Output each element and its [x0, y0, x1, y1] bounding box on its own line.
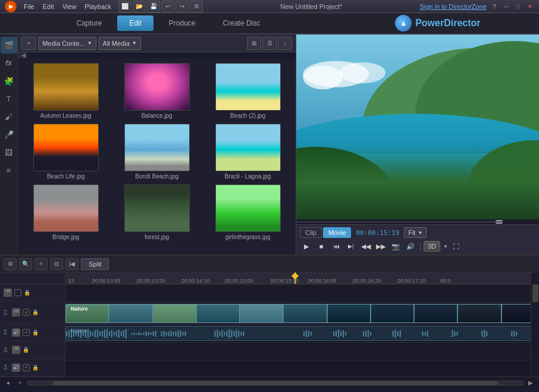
- timeline-scrollbar-v[interactable]: [531, 272, 539, 377]
- media-grid-container[interactable]: Autumn Leaves.jpg Balance.jpg Beach (2).…: [18, 58, 296, 255]
- fast-forward-btn[interactable]: ▶▶: [374, 240, 387, 252]
- main-content: 🎬 fx 🧩 T 🖌 🎤 🖼 ≡ + Media Conte... ▼ All …: [0, 35, 539, 255]
- media-item[interactable]: Brazil - Lagoa.jpg: [205, 124, 291, 180]
- track-2-audio-check[interactable]: ✓: [23, 329, 30, 336]
- media-item[interactable]: Beach Life.jpg: [23, 124, 109, 180]
- sidebar-title-icon[interactable]: T: [1, 90, 17, 107]
- h-scrollbar-thumb[interactable]: [53, 381, 499, 385]
- clip-toggle-btn[interactable]: Clip: [300, 227, 322, 238]
- three-d-btn[interactable]: 3D: [424, 241, 440, 252]
- tab-capture[interactable]: Capture: [64, 15, 114, 31]
- bottom-circle-btn[interactable]: ●: [4, 378, 13, 388]
- sign-in-link[interactable]: Sign in to DirectorZone: [419, 3, 487, 10]
- toolbar-new-btn[interactable]: ⬜: [118, 1, 131, 12]
- help-icon[interactable]: ?: [493, 3, 496, 10]
- media-item[interactable]: forest.jpg: [114, 184, 200, 240]
- video-clip-nature[interactable]: Nature: [65, 304, 531, 323]
- track-3-audio-icon: 🔊: [12, 363, 20, 372]
- track-1-icon: 🎬: [4, 288, 12, 297]
- audio-clip-nature[interactable]: Nature: [65, 326, 531, 341]
- timeline-content[interactable]: 15 00:00:13:05 00:00:13:20 00:00:14:10 0…: [65, 272, 531, 377]
- maximize-btn[interactable]: □: [514, 2, 522, 11]
- bottom-plus-btn[interactable]: +: [15, 378, 25, 388]
- svg-rect-30: [111, 330, 112, 337]
- svg-rect-42: [143, 333, 145, 335]
- horizontal-scrollbar[interactable]: [27, 381, 524, 385]
- svg-rect-41: [141, 333, 142, 335]
- track-3-lock[interactable]: 🔒: [23, 347, 29, 353]
- tl-fit-btn[interactable]: ⊟: [50, 258, 63, 270]
- sidebar-collapse-btn[interactable]: ◀: [18, 52, 27, 58]
- tab-edit[interactable]: Edit: [117, 15, 153, 31]
- audio-btn[interactable]: 🔊: [404, 240, 417, 252]
- list-view-btn[interactable]: ☰: [262, 37, 277, 50]
- track-3-audio-lock[interactable]: 🔒: [32, 365, 39, 371]
- close-btn[interactable]: ✕: [526, 2, 534, 11]
- movie-toggle-btn[interactable]: Movie: [323, 227, 351, 238]
- fullscreen-btn[interactable]: ⛶: [450, 240, 463, 252]
- menu-edit[interactable]: Edit: [43, 3, 54, 10]
- media-content-dropdown[interactable]: Media Conte... ▼: [38, 37, 96, 50]
- minimize-btn[interactable]: —: [502, 2, 510, 11]
- menu-file[interactable]: File: [24, 3, 35, 10]
- media-item[interactable]: Balance.jpg: [114, 63, 200, 119]
- sidebar-photo-icon[interactable]: 🖼: [1, 144, 17, 161]
- track-3-audio-content: [65, 360, 531, 377]
- svg-rect-88: [397, 331, 399, 336]
- scrollbar-thumb-v[interactable]: [532, 284, 538, 302]
- track-2-audio-content: Nature: [65, 325, 531, 343]
- toolbar-redo-btn[interactable]: ↪: [176, 1, 189, 12]
- sidebar-mic-icon[interactable]: 🎤: [1, 126, 17, 143]
- toolbar-save-btn[interactable]: 💾: [147, 1, 160, 12]
- tab-produce[interactable]: Produce: [157, 15, 208, 31]
- svg-rect-79: [340, 331, 341, 336]
- sort-btn[interactable]: ↕: [278, 37, 292, 50]
- bottom-arrow-right[interactable]: ▶: [526, 378, 535, 388]
- stop-btn[interactable]: ■: [315, 240, 328, 252]
- powerdirector-logo: ▲ PowerDirector: [395, 15, 480, 32]
- fit-dropdown[interactable]: Fit ▼: [404, 227, 427, 238]
- menu-view[interactable]: View: [62, 3, 77, 10]
- media-item[interactable]: Beach (2).jpg: [205, 63, 291, 119]
- next-frame-btn[interactable]: ▶|: [344, 240, 358, 252]
- sidebar-puzzle-icon[interactable]: 🧩: [1, 73, 17, 89]
- all-media-dropdown[interactable]: All Media ▼: [99, 37, 141, 50]
- playhead[interactable]: [294, 272, 296, 284]
- sidebar-media-icon[interactable]: 🎬: [1, 37, 17, 54]
- track-3-video-content: [65, 343, 531, 360]
- sidebar-fx-icon[interactable]: fx: [1, 55, 17, 71]
- play-btn[interactable]: ▶: [300, 240, 313, 252]
- svg-rect-48: [161, 331, 162, 336]
- tl-prev-btn[interactable]: |◀: [65, 258, 79, 270]
- media-item[interactable]: Bridge.jpg: [23, 184, 109, 240]
- svg-rect-37: [131, 333, 133, 335]
- tl-zoom-out-btn[interactable]: 🔍: [19, 258, 32, 270]
- toolbar-settings-btn[interactable]: ⚙: [190, 1, 203, 12]
- import-btn[interactable]: +: [21, 37, 36, 50]
- svg-rect-58: [185, 331, 186, 336]
- menu-playback[interactable]: Playback: [84, 3, 111, 10]
- rewind-btn[interactable]: ◀◀: [359, 240, 372, 252]
- svg-rect-36: [126, 329, 127, 338]
- snapshot-btn[interactable]: 📷: [389, 240, 402, 252]
- sidebar-chapter-icon[interactable]: ≡: [1, 162, 17, 178]
- preview-slider[interactable]: [296, 219, 539, 224]
- toolbar-open-btn[interactable]: 📂: [133, 1, 146, 12]
- media-item[interactable]: Autumn Leaves.jpg: [23, 63, 109, 119]
- track-2-audio-lock[interactable]: 🔒: [32, 330, 39, 335]
- sidebar-paint-icon[interactable]: 🖌: [1, 108, 17, 125]
- track-3-audio-check[interactable]: ✓: [23, 364, 30, 371]
- split-button[interactable]: Split: [81, 258, 109, 270]
- tl-settings-btn[interactable]: ⚙: [4, 258, 17, 270]
- track-1-check[interactable]: [14, 289, 21, 296]
- track-2-lock[interactable]: 🔒: [32, 309, 39, 315]
- media-item[interactable]: girlinthegrass.jpg: [205, 184, 291, 240]
- toolbar-undo-btn[interactable]: ↩: [161, 1, 174, 12]
- media-item[interactable]: Bondi Beach.jpg: [114, 124, 200, 180]
- prev-frame-btn[interactable]: ⏮: [330, 240, 343, 252]
- tab-create-disc[interactable]: Create Disc: [211, 15, 272, 31]
- track-1-lock[interactable]: 🔒: [24, 290, 30, 296]
- tl-zoom-in-btn[interactable]: +: [35, 258, 48, 270]
- grid-view-btn[interactable]: ⊞: [247, 37, 261, 50]
- track-2-check[interactable]: ✓: [23, 309, 30, 316]
